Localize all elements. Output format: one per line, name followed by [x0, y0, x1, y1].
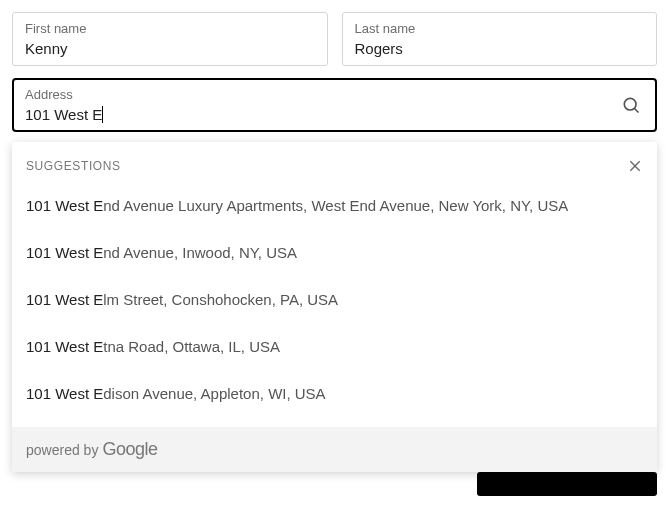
suggestion-item[interactable]: 101 West End Avenue, Inwood, NY, USA	[12, 229, 657, 276]
search-icon	[621, 95, 641, 115]
first-name-field[interactable]: First name	[12, 12, 328, 66]
svg-point-0	[624, 98, 636, 110]
submit-button[interactable]	[477, 472, 657, 496]
google-logo: Google	[102, 439, 157, 460]
suggestions-dropdown: SUGGESTIONS 101 West End Avenue Luxury A…	[12, 142, 657, 472]
first-name-input[interactable]	[25, 40, 315, 57]
last-name-input[interactable]	[355, 40, 645, 57]
svg-line-1	[635, 109, 639, 113]
powered-by: powered by Google	[12, 427, 657, 472]
address-label: Address	[25, 87, 644, 102]
suggestion-item[interactable]: 101 West End Avenue Luxury Apartments, W…	[12, 182, 657, 229]
address-input[interactable]: 101 West E	[25, 106, 103, 123]
last-name-label: Last name	[355, 21, 645, 36]
suggestion-item[interactable]: 101 West Elm Street, Conshohocken, PA, U…	[12, 276, 657, 323]
first-name-label: First name	[25, 21, 315, 36]
close-icon[interactable]	[627, 158, 643, 174]
address-field[interactable]: Address 101 West E	[12, 78, 657, 132]
suggestion-item[interactable]: 101 West Etna Road, Ottawa, IL, USA	[12, 323, 657, 370]
suggestion-item[interactable]: 101 West Edison Avenue, Appleton, WI, US…	[12, 370, 657, 417]
powered-by-text: powered by	[26, 442, 98, 458]
last-name-field[interactable]: Last name	[342, 12, 658, 66]
suggestions-header: SUGGESTIONS	[26, 159, 121, 173]
suggestions-list: 101 West End Avenue Luxury Apartments, W…	[12, 178, 657, 427]
